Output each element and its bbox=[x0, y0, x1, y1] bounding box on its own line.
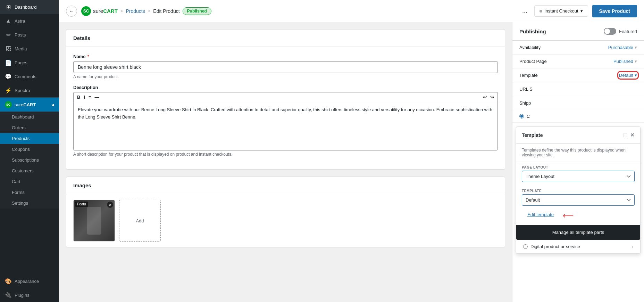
sidebar-item-sc-dashboard[interactable]: Dashboard bbox=[0, 112, 59, 122]
sidebar-item-sc-orders[interactable]: Orders bbox=[0, 122, 59, 133]
template-select[interactable]: Default Custom bbox=[522, 194, 635, 206]
sidebar-item-sc-customers[interactable]: Customers bbox=[0, 165, 59, 176]
dash-button[interactable]: — bbox=[95, 95, 99, 100]
bold-button[interactable]: B bbox=[77, 95, 80, 100]
topbar: ← SC sureCART > Products > Edit Product … bbox=[59, 0, 644, 22]
name-field: Name * A name for your product. bbox=[73, 54, 498, 79]
remove-image-button[interactable]: ✕ bbox=[107, 202, 113, 208]
left-panel: Details Name * A name for your product. … bbox=[59, 22, 512, 302]
images-grid: Featu ✕ Add bbox=[66, 194, 505, 247]
sidebar-item-plugins[interactable]: 🔌 Plugins bbox=[0, 288, 59, 302]
instant-checkout-dot-icon bbox=[540, 10, 542, 13]
description-editor[interactable]: Elevate your wardrobe with our Benne Lon… bbox=[73, 102, 498, 150]
surecart-label: sureCART bbox=[15, 102, 36, 107]
page-layout-select[interactable]: Theme Layout Full Width Boxed bbox=[522, 171, 635, 182]
radio-label: C bbox=[527, 114, 530, 119]
product-page-chevron-icon: ▾ bbox=[635, 59, 637, 64]
surecart-collapse-icon: ◀ bbox=[51, 103, 54, 107]
url-slug-row: URL S bbox=[512, 82, 644, 96]
redo-button[interactable]: ↪ bbox=[490, 95, 494, 100]
sidebar-item-dashboard[interactable]: ⊞ Dashboard bbox=[0, 0, 59, 14]
sidebar-item-sc-subscriptions[interactable]: Subscriptions bbox=[0, 155, 59, 165]
breadcrumb-products-link[interactable]: Products bbox=[126, 8, 145, 14]
description-label: Description bbox=[73, 85, 498, 90]
template-button[interactable]: Default ▾ bbox=[619, 73, 637, 78]
surecart-logo-icon: SC bbox=[5, 101, 12, 108]
sidebar-item-label: Astra bbox=[15, 18, 25, 24]
physical-radio[interactable] bbox=[519, 114, 524, 119]
add-image-button[interactable]: Add bbox=[119, 200, 161, 242]
availability-chevron-icon: ▾ bbox=[635, 45, 637, 50]
manage-template-button[interactable]: Manage all template parts bbox=[516, 225, 640, 240]
surecart-header[interactable]: SC sureCART ◀ bbox=[0, 98, 59, 112]
availability-link[interactable]: Purchasable bbox=[608, 45, 633, 50]
sidebar-item-spectra[interactable]: ⚡ Spectra bbox=[0, 83, 59, 97]
product-page-value: Published ▾ bbox=[613, 59, 637, 64]
sidebar-item-media[interactable]: 🖼 Media bbox=[0, 42, 59, 56]
edit-template-row: Edit template ⟵ bbox=[516, 209, 640, 225]
astra-icon: ▲ bbox=[5, 17, 12, 24]
list-button[interactable]: ≡ bbox=[89, 95, 91, 100]
template-popup-desc: Templates define the way this product is… bbox=[516, 144, 640, 162]
logo-circle: SC bbox=[81, 6, 91, 16]
digital-chevron-icon: › bbox=[632, 244, 633, 249]
main-area: ← SC sureCART > Products > Edit Product … bbox=[59, 0, 644, 302]
sidebar-item-sc-forms[interactable]: Forms bbox=[0, 187, 59, 198]
sidebar: ⊞ Dashboard ▲ Astra ✏ Posts 🖼 Media 📄 Pa… bbox=[0, 0, 59, 302]
name-input[interactable] bbox=[73, 61, 498, 73]
details-card: Details Name * A name for your product. … bbox=[66, 29, 505, 170]
sidebar-item-label: Media bbox=[15, 46, 27, 51]
featured-toggle: Featured bbox=[604, 28, 637, 35]
template-popup: Template ⬚ ✕ Templates define the way th… bbox=[516, 126, 641, 254]
surecart-subnav: Dashboard Orders Products Coupons Subscr… bbox=[0, 112, 59, 209]
template-chevron-icon: ▾ bbox=[635, 73, 637, 78]
template-popup-header: Template ⬚ ✕ bbox=[516, 127, 640, 144]
product-page-row: Product Page Published ▾ bbox=[512, 55, 644, 68]
shipping-row: Shipp bbox=[512, 96, 644, 110]
sidebar-item-appearance[interactable]: 🎨 Appearance bbox=[0, 274, 59, 288]
close-icon[interactable]: ✕ bbox=[630, 132, 635, 138]
sidebar-item-sc-settings[interactable]: Settings bbox=[0, 198, 59, 209]
save-product-button[interactable]: Save Product bbox=[592, 5, 637, 17]
brand-name: sureCART bbox=[93, 8, 118, 14]
plugins-icon: 🔌 bbox=[5, 292, 12, 299]
breadcrumb-sep-1: > bbox=[120, 8, 123, 14]
product-page-link[interactable]: Published bbox=[613, 59, 633, 64]
template-section-label: TEMPLATE bbox=[516, 186, 640, 194]
instant-checkout-button[interactable]: Instant Checkout ▾ bbox=[534, 5, 588, 17]
red-arrow-icon: ⟵ bbox=[563, 211, 574, 220]
sidebar-item-posts[interactable]: ✏ Posts bbox=[0, 28, 59, 42]
appearance-icon: 🎨 bbox=[5, 278, 12, 285]
media-icon: 🖼 bbox=[5, 45, 12, 52]
undo-button[interactable]: ↩ bbox=[483, 95, 487, 100]
publishing-title: Publishing bbox=[519, 28, 546, 34]
more-options-button[interactable]: ... bbox=[519, 6, 530, 16]
edit-template-link[interactable]: Edit template bbox=[522, 211, 559, 221]
sidebar-item-sc-cart[interactable]: Cart bbox=[0, 176, 59, 187]
sidebar-item-pages[interactable]: 📄 Pages bbox=[0, 56, 59, 70]
name-hint: A name for your product. bbox=[73, 74, 498, 79]
template-row: Template Default ▾ bbox=[512, 68, 644, 82]
featured-toggle-switch[interactable] bbox=[604, 28, 616, 35]
published-badge: Published bbox=[183, 7, 211, 15]
comments-icon: 💬 bbox=[5, 73, 12, 80]
italic-button[interactable]: I bbox=[84, 95, 85, 100]
page-layout-section-label: PAGE LAYOUT bbox=[516, 162, 640, 171]
availability-label: Availability bbox=[519, 45, 541, 50]
sidebar-item-label: Posts bbox=[15, 32, 26, 38]
editor-toolbar: B I ≡ — ↩ ↪ bbox=[73, 92, 498, 102]
digital-radio[interactable] bbox=[523, 244, 528, 249]
instant-checkout-label: Instant Checkout bbox=[544, 8, 578, 14]
sidebar-item-astra[interactable]: ▲ Astra bbox=[0, 14, 59, 28]
digital-product-row: Digital product or service › bbox=[516, 240, 640, 253]
toggle-knob bbox=[604, 28, 610, 34]
description-hint: A short description for your product tha… bbox=[73, 152, 498, 157]
details-card-header: Details bbox=[66, 30, 505, 47]
sidebar-item-sc-products[interactable]: Products bbox=[0, 133, 59, 144]
external-link-icon[interactable]: ⬚ bbox=[623, 132, 627, 138]
back-button[interactable]: ← bbox=[66, 6, 77, 17]
sidebar-item-sc-coupons[interactable]: Coupons bbox=[0, 144, 59, 155]
sidebar-item-comments[interactable]: 💬 Comments bbox=[0, 70, 59, 83]
template-popup-actions: ⬚ ✕ bbox=[623, 132, 635, 138]
description-field: Description B I ≡ — ↩ ↪ Elevate your war… bbox=[73, 85, 498, 157]
